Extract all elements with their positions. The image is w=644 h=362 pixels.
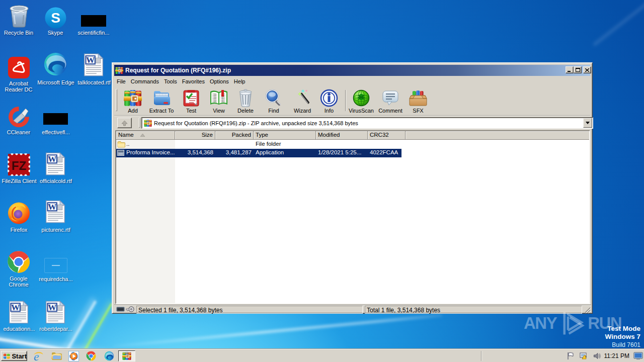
svg-text:S: S [51,10,60,26]
svg-text:FZ: FZ [12,159,26,172]
svg-text:*: * [585,355,587,359]
